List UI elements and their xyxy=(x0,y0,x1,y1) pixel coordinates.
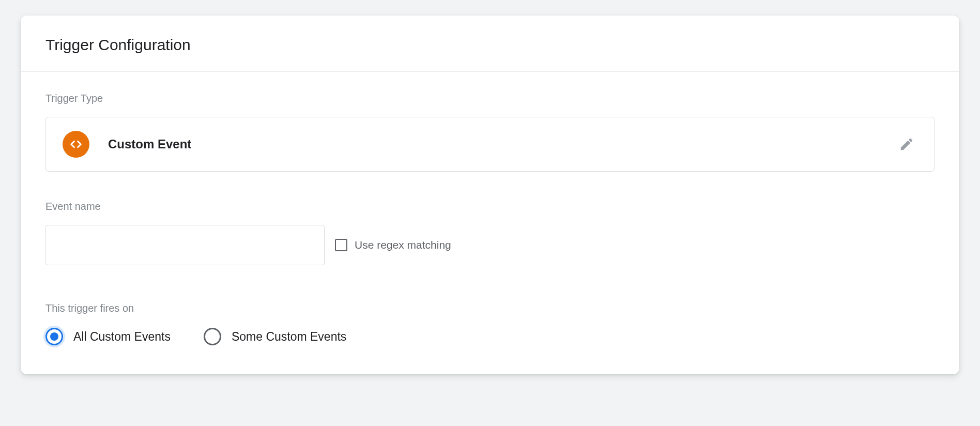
card-header: Trigger Configuration xyxy=(21,16,959,72)
regex-checkbox-wrap[interactable]: Use regex matching xyxy=(335,239,451,251)
event-name-row: Use regex matching xyxy=(45,225,935,265)
card-body: Trigger Type Custom Event Eve xyxy=(21,72,959,374)
trigger-type-name: Custom Event xyxy=(108,137,191,151)
trigger-type-row[interactable]: Custom Event xyxy=(45,117,935,172)
event-name-label: Event name xyxy=(45,201,935,212)
radio-unselected-icon xyxy=(204,328,221,345)
pencil-icon xyxy=(899,136,914,152)
trigger-type-label: Trigger Type xyxy=(45,93,935,104)
fires-on-label: This trigger fires on xyxy=(45,302,935,314)
trigger-config-card: Trigger Configuration Trigger Type Custo… xyxy=(21,16,959,374)
radio-all-custom-events[interactable]: All Custom Events xyxy=(45,328,171,345)
radio-selected-icon xyxy=(45,328,63,345)
regex-checkbox-label: Use regex matching xyxy=(355,239,451,251)
radio-label-all: All Custom Events xyxy=(73,330,171,344)
checkbox-icon xyxy=(335,239,347,251)
card-title: Trigger Configuration xyxy=(45,36,935,54)
radio-some-custom-events[interactable]: Some Custom Events xyxy=(204,328,346,345)
code-icon xyxy=(63,131,89,158)
edit-trigger-type-button[interactable] xyxy=(896,133,917,155)
event-name-input[interactable] xyxy=(45,225,325,265)
radio-label-some: Some Custom Events xyxy=(232,330,346,344)
trigger-type-left: Custom Event xyxy=(63,131,191,158)
fires-on-radio-group: All Custom Events Some Custom Events xyxy=(45,328,935,345)
